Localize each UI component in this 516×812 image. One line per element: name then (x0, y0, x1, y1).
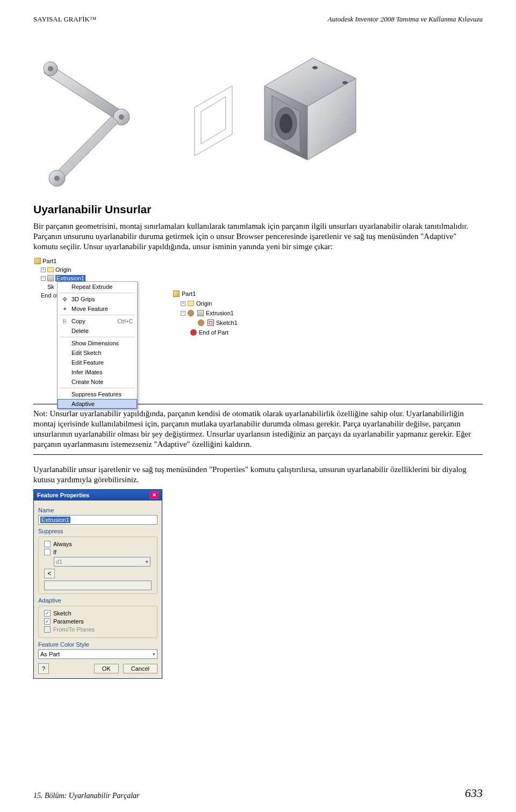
collapse-icon[interactable]: − (41, 276, 46, 281)
tree2-part: Part1 (182, 291, 196, 297)
close-icon[interactable]: ✕ (150, 491, 159, 499)
menu-label: Infer iMates (71, 369, 102, 375)
grips-icon: ✥ (61, 295, 68, 303)
tree-end: End of (41, 292, 58, 299)
threshold-field (44, 581, 152, 590)
suppress-label: Suppress (38, 528, 157, 534)
adaptive-group-label: Adaptive (38, 597, 157, 604)
browser-context-figure: Part1 +Origin −Extrusion1 Sk End of Repe… (33, 257, 141, 398)
menu-repeat-extrude[interactable]: Repeat Extrude (58, 282, 137, 292)
name-label: Name (38, 507, 157, 513)
copy-shortcut: Ctrl+C (117, 318, 133, 324)
if-label: If (53, 549, 56, 555)
tree2-extr: Extrusion1 (206, 310, 234, 316)
menu-adaptive[interactable]: Adaptive (58, 399, 137, 409)
folder-icon (188, 301, 194, 306)
menu-delete[interactable]: Delete (58, 326, 137, 336)
context-menu: Repeat Extrude ✥3D Grips ✦Move Feature ⎘… (57, 281, 138, 409)
tree-selected-feature[interactable]: Extrusion1 (55, 275, 85, 281)
menu-label: Edit Sketch (71, 350, 102, 356)
param-combo: d1▾ (54, 557, 150, 567)
name-field[interactable]: Extrusion1 (38, 515, 157, 525)
menu-move-feature[interactable]: ✦Move Feature (58, 304, 137, 314)
feature-color-style-value: As Part (40, 651, 60, 657)
param-value: d1 (56, 559, 62, 565)
footer-chapter: 15. Bölüm: Uyarlanabilir Parçalar (33, 792, 140, 800)
section-heading: Uyarlanabilir Unsurlar (33, 203, 483, 216)
adaptive-parameters-label: Parameters (53, 618, 84, 625)
menu-label: 3D Grips (71, 296, 95, 302)
tree-sketch: Sk (47, 284, 54, 290)
svg-point-8 (312, 66, 318, 69)
feature-color-style-label: Feature Color Style (38, 641, 157, 648)
svg-point-7 (280, 114, 292, 133)
intro-paragraph: Bir parçanın geometrisini, montaj sınırl… (33, 221, 483, 251)
note-separator-bottom (33, 454, 483, 455)
menu-edit-feature[interactable]: Edit Feature (58, 358, 137, 367)
adaptive-fromto-label: From/To Planes (53, 626, 95, 633)
adaptive-icon (198, 320, 204, 326)
help-button[interactable]: ? (38, 663, 49, 674)
menu-label: Edit Feature (71, 359, 104, 366)
menu-edit-sketch[interactable]: Edit Sketch (58, 348, 137, 358)
expand-icon[interactable]: + (41, 267, 46, 272)
adaptive-sketch-label: Sketch (53, 610, 71, 617)
chevron-down-icon: ▾ (153, 651, 155, 657)
extrusion-icon (197, 310, 204, 316)
menu-label: Adaptive (71, 401, 95, 407)
fromto-checkbox (44, 626, 51, 633)
extrusion-icon (47, 275, 54, 281)
menu-label: Repeat Extrude (71, 284, 112, 290)
exploded-assembly-figure (33, 27, 367, 197)
ok-button[interactable]: OK (94, 664, 119, 673)
header-right: Autodesk Inventor 2008 Tanıtma ve Kullan… (328, 15, 483, 24)
tree2-origin: Origin (196, 300, 212, 307)
name-value: Extrusion1 (40, 517, 70, 523)
end-of-part-icon (190, 329, 197, 336)
adaptive-icon (188, 310, 194, 316)
svg-point-5 (54, 176, 60, 181)
always-label: Always (53, 541, 72, 547)
menu-label: Copy (71, 318, 85, 324)
menu-3d-grips[interactable]: ✥3D Grips (58, 294, 137, 304)
cancel-button[interactable]: Cancel (123, 664, 157, 673)
menu-label: Suppress Features (71, 391, 121, 397)
chevron-down-icon: ▾ (146, 559, 148, 564)
part-icon (173, 291, 180, 297)
note-paragraph: Not: Unsurlar uyarlanabilir yapıldığında… (33, 409, 483, 449)
menu-label: Delete (71, 328, 89, 334)
menu-label: Show Dimensions (71, 340, 119, 346)
footer-page-number: 633 (465, 786, 483, 800)
menu-copy[interactable]: ⎘CopyCtrl+C (58, 316, 137, 326)
menu-show-dimensions[interactable]: Show Dimensions (58, 338, 137, 348)
svg-point-9 (342, 81, 348, 84)
expand-icon[interactable]: + (181, 301, 185, 306)
menu-suppress-features[interactable]: Suppress Features (58, 389, 137, 399)
comparator-button[interactable]: < (44, 569, 55, 578)
header-left: SAYISAL GRAFİK™ (33, 15, 97, 24)
menu-label: Create Note (71, 379, 103, 385)
menu-label: Move Feature (71, 306, 108, 312)
folder-icon (47, 267, 54, 272)
part-icon (34, 258, 41, 264)
tree2-end: End of Part (199, 329, 228, 336)
svg-point-1 (48, 66, 53, 71)
copy-icon: ⎘ (61, 317, 68, 325)
dialog-title: Feature Properties (37, 492, 89, 498)
parameters-checkbox[interactable]: ✓ (44, 618, 51, 625)
if-checkbox[interactable] (44, 549, 51, 555)
svg-point-3 (119, 114, 124, 120)
sketch-icon (207, 320, 214, 326)
always-checkbox[interactable] (44, 541, 51, 547)
feature-color-style-combo[interactable]: As Part▾ (38, 649, 157, 659)
menu-infer-imates[interactable]: Infer iMates (58, 367, 137, 377)
tree-part: Part1 (42, 258, 56, 264)
collapse-icon[interactable]: − (181, 311, 185, 316)
feature-properties-dialog: Feature Properties ✕ Name Extrusion1 Sup… (33, 489, 162, 679)
tree-origin: Origin (55, 266, 71, 273)
tree2-sketch: Sketch1 (216, 320, 238, 326)
move-icon: ✦ (61, 305, 68, 313)
sketch-checkbox[interactable]: ✓ (44, 610, 51, 617)
menu-create-note[interactable]: Create Note (58, 377, 137, 387)
properties-paragraph: Uyarlanabilir unsur işaretlenir ve sağ t… (33, 465, 483, 485)
